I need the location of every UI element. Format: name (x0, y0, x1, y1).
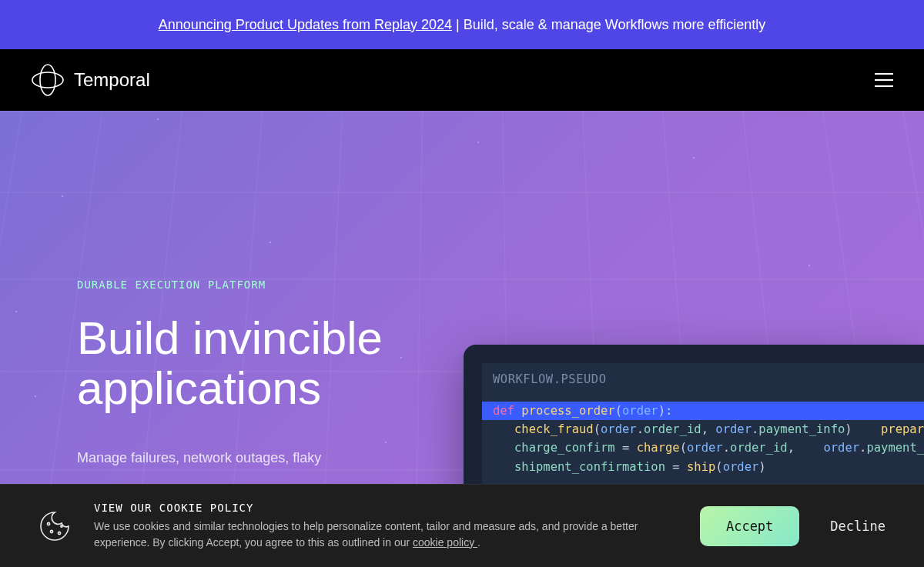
hero-headline: Build invincible applications (77, 314, 431, 414)
svg-point-2 (47, 522, 49, 525)
code-line: check_fraud(order.order_id, order.paymen… (493, 422, 852, 436)
code-line-highlighted: def process_order(order): (482, 402, 924, 420)
cookie-text-block: VIEW OUR COOKIE POLICY We use cookies an… (94, 502, 677, 550)
svg-point-5 (61, 525, 62, 526)
hamburger-icon (875, 73, 893, 75)
svg-point-3 (50, 530, 52, 532)
hero-subtext: Manage failures, network outages, flaky (77, 446, 431, 470)
announcement-text: | Build, scale & manage Workflows more e… (452, 17, 765, 32)
hero-kicker: DURABLE EXECUTION PLATFORM (77, 278, 431, 291)
announcement-link[interactable]: Announcing Product Updates from Replay 2… (159, 17, 452, 32)
hero-content: DURABLE EXECUTION PLATFORM Build invinci… (77, 278, 431, 469)
svg-point-0 (40, 65, 55, 95)
cookie-title: VIEW OUR COOKIE POLICY (94, 502, 677, 514)
cookie-actions: Accept Decline (700, 506, 886, 546)
cookie-description: We use cookies and similar technologies … (94, 519, 677, 550)
svg-point-1 (32, 72, 63, 88)
cookie-banner: VIEW OUR COOKIE POLICY We use cookies an… (0, 484, 924, 567)
temporal-logo-icon (31, 63, 65, 97)
code-line: charge_confirm = charge(order.order_id, (493, 441, 795, 455)
accept-button[interactable]: Accept (700, 506, 799, 546)
code-line: order.payment_info) (802, 441, 924, 455)
cookie-policy-link[interactable]: cookie policy (413, 536, 477, 549)
code-line: prepare_shipment(order) (859, 422, 924, 436)
brand-logo[interactable]: Temporal (31, 63, 150, 97)
code-tab-label: WORKFLOW.PSEUDO (482, 363, 924, 402)
announcement-bar: Announcing Product Updates from Replay 2… (0, 0, 924, 49)
menu-button[interactable] (875, 73, 893, 87)
brand-name: Temporal (74, 69, 150, 91)
cookie-icon (38, 510, 71, 542)
navbar: Temporal (0, 49, 924, 111)
code-line: shipment_confirmation = ship(order) (493, 460, 766, 474)
svg-point-4 (58, 532, 60, 534)
decline-button[interactable]: Decline (830, 519, 886, 534)
